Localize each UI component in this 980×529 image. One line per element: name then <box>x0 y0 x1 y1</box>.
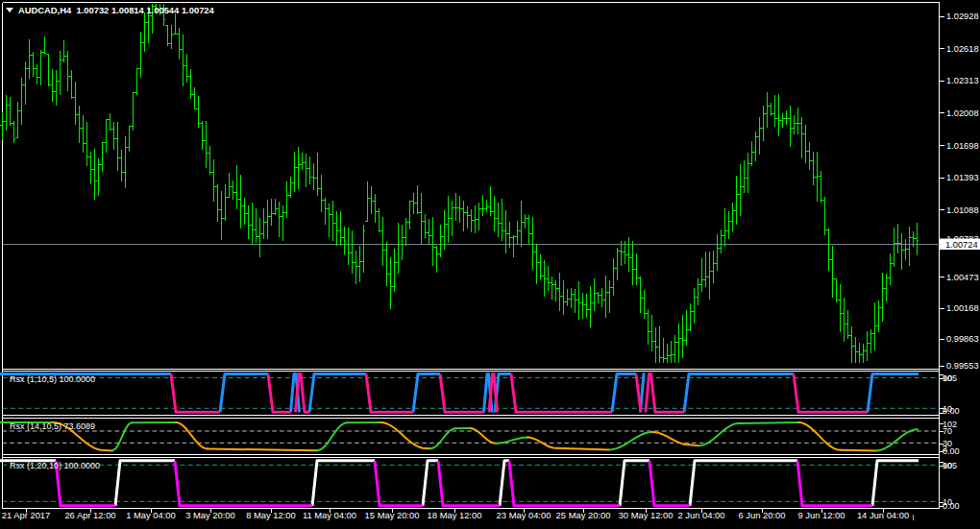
svg-text:8 May 12:00: 8 May 12:00 <box>246 510 296 520</box>
svg-text:0.00: 0.00 <box>943 501 960 511</box>
svg-text:11 May 04:00: 11 May 04:00 <box>303 510 356 520</box>
svg-text:1.02618: 1.02618 <box>946 44 979 54</box>
svg-text:18 May 12:00: 18 May 12:00 <box>428 510 482 520</box>
svg-text:21 Apr 2017: 21 Apr 2017 <box>2 510 51 520</box>
svg-text:1.00473: 1.00473 <box>946 273 979 282</box>
svg-text:Rsx (1,20,10) 100.0000: Rsx (1,20,10) 100.0000 <box>10 461 100 470</box>
svg-text:0.99863: 0.99863 <box>946 334 979 344</box>
svg-text:1.00168: 1.00168 <box>946 303 979 313</box>
svg-text:1.01698: 1.01698 <box>946 141 979 151</box>
svg-text:0.00: 0.00 <box>943 406 960 416</box>
svg-text:Rsx (14,10,5) 73.6089: Rsx (14,10,5) 73.6089 <box>10 421 95 431</box>
svg-text:3 May 20:00: 3 May 20:00 <box>185 510 235 520</box>
svg-text:25 May 20:00: 25 May 20:00 <box>556 510 611 520</box>
svg-text:6 Jun 20:00: 6 Jun 20:00 <box>739 510 786 520</box>
svg-text:14 Jun 04:00: 14 Jun 04:00 <box>857 510 909 520</box>
svg-text:1.02313: 1.02313 <box>946 76 979 85</box>
svg-text:0.00: 0.00 <box>943 446 960 456</box>
svg-text:1.00724: 1.00724 <box>945 240 978 250</box>
svg-text:90: 90 <box>943 461 952 470</box>
svg-text:15 May 20:00: 15 May 20:00 <box>365 510 420 520</box>
svg-text:Rsx (1,10,5) 100.0000: Rsx (1,10,5) 100.0000 <box>10 374 95 384</box>
svg-text:1 May 04:00: 1 May 04:00 <box>126 510 176 520</box>
svg-text:AUDCAD,H4 1.00732 1.00814 1.0: AUDCAD,H4 1.00732 1.00814 1.00544 1.0072… <box>18 5 215 15</box>
svg-text:90: 90 <box>943 373 952 383</box>
svg-text:9 Jun 12:00: 9 Jun 12:00 <box>798 510 845 520</box>
svg-text:2 Jun 04:00: 2 Jun 04:00 <box>678 510 725 520</box>
svg-text:1.02008: 1.02008 <box>946 108 979 118</box>
svg-text:0.99553: 0.99553 <box>946 361 979 371</box>
svg-text:70: 70 <box>943 426 952 436</box>
svg-text:23 May 04:00: 23 May 04:00 <box>497 510 551 520</box>
svg-text:1.02928: 1.02928 <box>946 12 979 21</box>
svg-text:30 May 12:00: 30 May 12:00 <box>619 510 674 520</box>
svg-text:1.01088: 1.01088 <box>946 205 979 215</box>
svg-text:26 Apr 12:00: 26 Apr 12:00 <box>64 510 115 520</box>
svg-text:1.01393: 1.01393 <box>946 173 979 182</box>
